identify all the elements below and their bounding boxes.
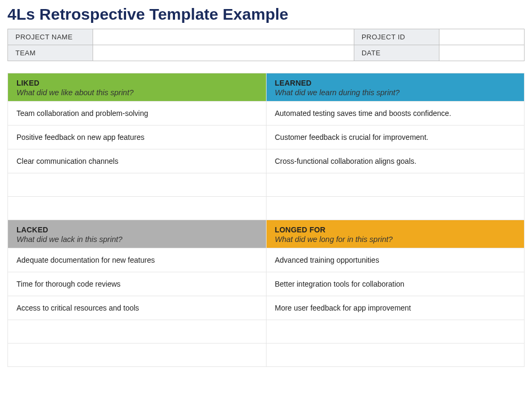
lacked-item[interactable]: Time for thorough code reviews xyxy=(8,272,267,296)
lacked-item[interactable]: Access to critical resources and tools xyxy=(8,296,267,320)
longed-title: LONGED FOR xyxy=(275,225,516,234)
longed-item[interactable]: More user feedback for app improvement xyxy=(266,296,525,320)
liked-prompt: What did we like about this sprint? xyxy=(16,88,257,97)
liked-item[interactable]: Clear communication channels xyxy=(8,149,267,173)
liked-title: LIKED xyxy=(16,79,257,87)
project-id-label: PROJECT ID xyxy=(354,29,439,45)
longed-item[interactable]: Better integration tools for collaborati… xyxy=(266,272,525,296)
learned-item-empty[interactable] xyxy=(266,197,525,220)
team-label: TEAM xyxy=(8,45,93,61)
liked-header: LIKED What did we like about this sprint… xyxy=(8,73,267,102)
lacked-title: LACKED xyxy=(16,225,257,234)
learned-item[interactable]: Customer feedback is crucial for improve… xyxy=(266,126,525,149)
lacked-item[interactable]: Adequate documentation for new features xyxy=(8,248,267,272)
learned-item-empty[interactable] xyxy=(266,173,525,197)
lacked-prompt: What did we lack in this sprint? xyxy=(16,235,257,244)
project-name-label: PROJECT NAME xyxy=(8,29,93,45)
learned-prompt: What did we learn during this sprint? xyxy=(275,88,516,97)
date-value[interactable] xyxy=(439,45,524,61)
team-value[interactable] xyxy=(93,45,354,61)
learned-title: LEARNED xyxy=(275,79,516,87)
lacked-item-empty[interactable] xyxy=(8,320,267,344)
page-title: 4Ls Retrospective Template Example xyxy=(7,5,525,23)
learned-item[interactable]: Automated testing saves time and boosts … xyxy=(266,102,525,126)
longed-prompt: What did we long for in this sprint? xyxy=(275,235,516,244)
project-name-value[interactable] xyxy=(93,29,354,45)
longed-item-empty[interactable] xyxy=(266,344,525,367)
project-info-table: PROJECT NAME PROJECT ID TEAM DATE xyxy=(7,29,525,61)
learned-item[interactable]: Cross-functional collaboration aligns go… xyxy=(266,149,525,173)
lacked-item-empty[interactable] xyxy=(8,344,267,367)
liked-item-empty[interactable] xyxy=(8,197,267,220)
lacked-header: LACKED What did we lack in this sprint? xyxy=(8,220,267,248)
longed-item-empty[interactable] xyxy=(266,320,525,344)
longed-item[interactable]: Advanced training opportunities xyxy=(266,248,525,272)
liked-item-empty[interactable] xyxy=(8,173,267,197)
liked-item[interactable]: Team collaboration and problem-solving xyxy=(8,102,267,126)
project-id-value[interactable] xyxy=(439,29,524,45)
date-label: DATE xyxy=(354,45,439,61)
learned-header: LEARNED What did we learn during this sp… xyxy=(266,73,525,102)
longed-header: LONGED FOR What did we long for in this … xyxy=(266,220,525,248)
four-ls-grid: LIKED What did we like about this sprint… xyxy=(7,73,525,367)
liked-item[interactable]: Positive feedback on new app features xyxy=(8,126,267,149)
